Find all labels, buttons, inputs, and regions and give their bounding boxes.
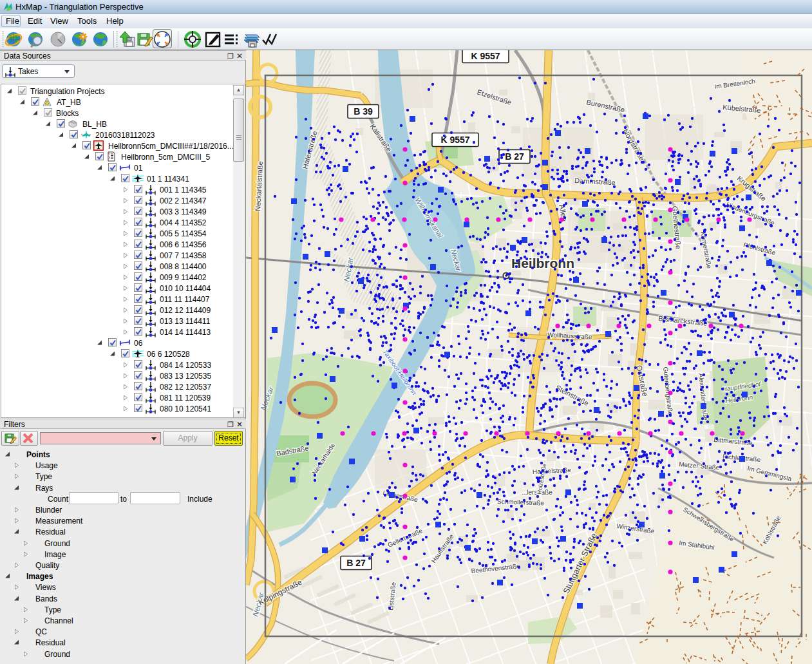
svg-text:B 27: B 27	[346, 558, 366, 568]
svg-text:K 9557: K 9557	[471, 51, 500, 61]
svg-text:B 39: B 39	[354, 106, 373, 117]
svg-text:B 27: B 27	[505, 151, 524, 162]
